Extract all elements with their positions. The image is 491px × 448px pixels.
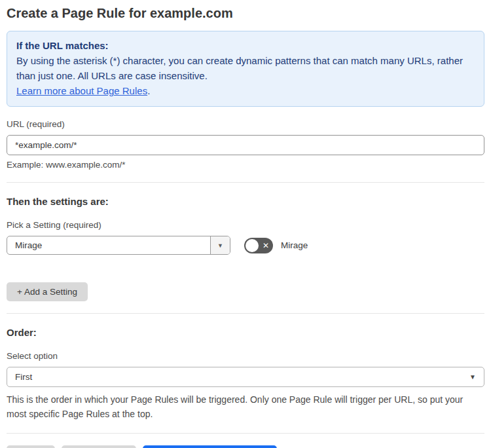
order-select[interactable]: First ▼ bbox=[7, 367, 484, 387]
info-box-body: By using the asterisk (*) character, you… bbox=[16, 53, 475, 83]
setting-dropdown-value: Mirage bbox=[7, 236, 210, 254]
page-title: Create a Page Rule for example.com bbox=[7, 5, 484, 22]
footer-actions: Cancel Save as Draft Save and Deploy Pag… bbox=[7, 445, 484, 448]
chevron-down-icon: ▼ bbox=[469, 373, 476, 381]
url-input[interactable] bbox=[7, 135, 484, 155]
setting-dropdown-arrow-button[interactable]: ▼ bbox=[210, 236, 230, 254]
learn-more-link[interactable]: Learn more about Page Rules bbox=[16, 85, 147, 96]
info-box-link-row: Learn more about Page Rules. bbox=[16, 83, 475, 98]
save-and-deploy-button[interactable]: Save and Deploy Page Rule bbox=[143, 445, 278, 448]
url-field-label: URL (required) bbox=[7, 119, 484, 130]
divider bbox=[7, 433, 484, 434]
setting-row: Mirage ▼ ✕ Mirage bbox=[7, 236, 484, 255]
order-helper-text: This is the order in which your Page Rul… bbox=[7, 392, 478, 421]
url-example-helper: Example: www.example.com/* bbox=[7, 160, 484, 170]
toggle-setting-label: Mirage bbox=[281, 240, 308, 250]
link-suffix: . bbox=[147, 85, 150, 96]
order-select-label: Select option bbox=[7, 351, 484, 362]
save-as-draft-button[interactable]: Save as Draft bbox=[62, 445, 136, 448]
info-box-heading: If the URL matches: bbox=[16, 38, 475, 53]
divider bbox=[7, 182, 484, 183]
toggle-off-x-icon: ✕ bbox=[263, 242, 269, 250]
cancel-button[interactable]: Cancel bbox=[7, 445, 55, 448]
mirage-toggle[interactable]: ✕ bbox=[244, 238, 273, 253]
create-page-rule-form: Create a Page Rule for example.com If th… bbox=[0, 0, 491, 448]
chevron-down-icon: ▼ bbox=[217, 242, 223, 249]
order-select-value: First bbox=[15, 372, 32, 382]
toggle-knob bbox=[245, 239, 259, 252]
pick-setting-label: Pick a Setting (required) bbox=[7, 220, 484, 231]
url-match-info-box: If the URL matches: By using the asteris… bbox=[7, 31, 484, 107]
add-setting-button[interactable]: + Add a Setting bbox=[7, 282, 88, 301]
settings-section-heading: Then the settings are: bbox=[7, 196, 484, 208]
order-section-heading: Order: bbox=[7, 327, 484, 339]
setting-dropdown[interactable]: Mirage ▼ bbox=[7, 236, 230, 255]
divider bbox=[7, 313, 484, 314]
